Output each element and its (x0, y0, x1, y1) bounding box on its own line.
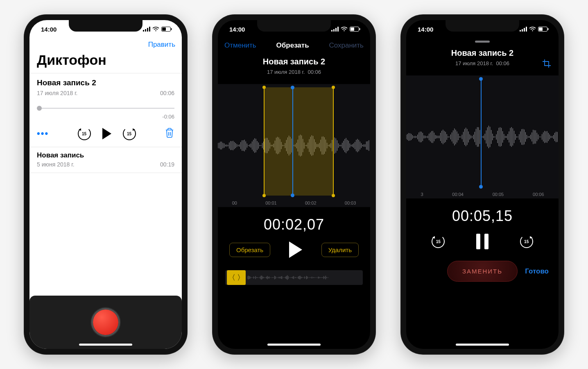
svg-rect-3 (149, 27, 150, 32)
edit-button[interactable]: Править (148, 41, 175, 49)
recording-row[interactable]: Новая запись 5 июня 2018 г. 00:19 (29, 147, 182, 173)
record-button[interactable] (93, 310, 118, 335)
svg-rect-233 (548, 28, 549, 30)
recording-date: 5 июня 2018 г. (37, 161, 75, 168)
svg-rect-7 (171, 28, 172, 30)
notch (446, 20, 519, 32)
progress-slider[interactable] (37, 105, 174, 113)
play-button[interactable] (289, 241, 302, 258)
svg-rect-2 (147, 28, 148, 32)
recording-title: Новая запись (37, 151, 174, 159)
home-indicator[interactable] (456, 344, 509, 346)
svg-rect-0 (143, 30, 144, 32)
record-panel (29, 296, 182, 349)
status-icons (331, 27, 360, 32)
svg-rect-11 (337, 27, 339, 32)
more-icon[interactable]: ••• (37, 128, 49, 139)
mini-selection[interactable]: 〈 〉 (227, 270, 246, 285)
recording-subtitle: 17 июля 2018 г. 00:06 (406, 60, 559, 66)
cancel-button[interactable]: Отменить (224, 41, 256, 50)
home-indicator[interactable] (267, 344, 321, 346)
svg-rect-15 (360, 28, 360, 30)
svg-rect-10 (335, 28, 337, 32)
svg-rect-228 (524, 28, 525, 32)
waveform-editor[interactable]: 3 00:04 00:05 00:06 (406, 75, 559, 198)
home-indicator[interactable] (79, 344, 132, 346)
svg-rect-227 (522, 29, 523, 32)
crop-icon[interactable] (542, 59, 551, 70)
recording-subtitle: 17 июля 2018 г. 00:06 (218, 69, 370, 75)
svg-rect-14 (351, 27, 354, 31)
save-button[interactable]: Сохранить (329, 41, 364, 50)
current-time: 00:05,15 (406, 207, 559, 225)
skip-forward-15-button[interactable]: 15▸ (520, 235, 533, 248)
app-title: Диктофон (29, 49, 182, 73)
pause-button[interactable] (476, 234, 488, 249)
status-icons (143, 27, 172, 32)
trim-selection[interactable] (264, 87, 334, 196)
svg-rect-9 (333, 29, 335, 32)
status-time: 14:00 (41, 26, 57, 33)
playhead[interactable] (292, 87, 293, 196)
svg-rect-232 (539, 27, 543, 31)
svg-point-230 (532, 30, 533, 31)
recording-title: Новая запись 2 (218, 57, 370, 66)
current-time: 00:02,07 (218, 216, 370, 233)
nav-title: Обрезать (276, 41, 309, 50)
time-remaining: -0:06 (37, 114, 174, 120)
svg-rect-229 (526, 27, 527, 32)
recording-title: Новая запись 2 (37, 78, 174, 87)
phone-2: 14:00 Отменить Обрезать Сохранить Новая … (212, 14, 376, 355)
recording-duration: 00:19 (160, 161, 174, 168)
skip-forward-15-button[interactable]: 15▸ (123, 127, 136, 140)
svg-point-12 (344, 30, 344, 31)
skip-back-15-button[interactable]: 15◂ (78, 127, 91, 140)
svg-rect-6 (162, 27, 166, 31)
handle-right-icon[interactable]: 〉 (237, 273, 244, 282)
recording-expanded[interactable]: Новая запись 2 17 июля 2018 г. 00:06 -0:… (29, 73, 182, 147)
svg-rect-226 (520, 30, 521, 32)
notch (69, 20, 142, 32)
svg-rect-8 (331, 30, 332, 32)
time-axis: 3 00:04 00:05 00:06 (406, 192, 559, 197)
waveform-editor[interactable]: 00 00:01 00:02 00:03 (218, 84, 370, 207)
trash-icon[interactable] (165, 128, 174, 140)
replace-button[interactable]: ЗАМЕНИТЬ (447, 261, 518, 282)
trim-button[interactable]: Обрезать (229, 243, 270, 257)
status-icons (520, 27, 549, 32)
recording-duration: 00:06 (160, 90, 174, 96)
done-button[interactable]: Готово (524, 267, 549, 276)
playhead[interactable] (481, 79, 482, 187)
phone-3: 14:00 Новая запись 2 17 июля 2018 г. 00:… (400, 14, 564, 355)
skip-back-15-button[interactable]: 15◂ (432, 235, 445, 248)
recording-title: Новая запись 2 (406, 48, 559, 58)
time-axis: 00 00:01 00:02 00:03 (218, 200, 370, 205)
status-time: 14:00 (229, 26, 245, 33)
status-time: 14:00 (418, 26, 433, 33)
notch (257, 20, 331, 32)
phone-1: 14:00 Править Диктофон Новая запись 2 17… (24, 14, 188, 355)
svg-point-4 (155, 30, 156, 31)
delete-button[interactable]: Удалить (321, 243, 359, 257)
handle-left-icon[interactable]: 〈 (228, 273, 235, 282)
recording-date: 17 июля 2018 г. (37, 90, 77, 96)
mini-scrubber[interactable]: 〈 〉 (225, 270, 363, 285)
svg-rect-1 (145, 29, 146, 32)
play-button[interactable] (102, 128, 111, 139)
